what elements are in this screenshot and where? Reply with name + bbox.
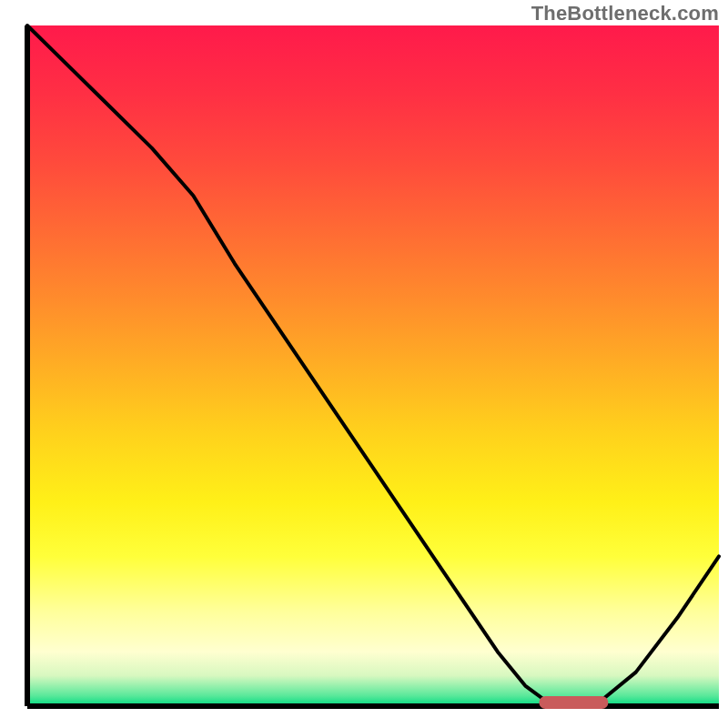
chart-container: TheBottleneck.com (0, 0, 728, 728)
watermark-text: TheBottleneck.com (531, 2, 719, 25)
chart-svg (0, 0, 728, 728)
optimal-range-marker (539, 696, 608, 709)
